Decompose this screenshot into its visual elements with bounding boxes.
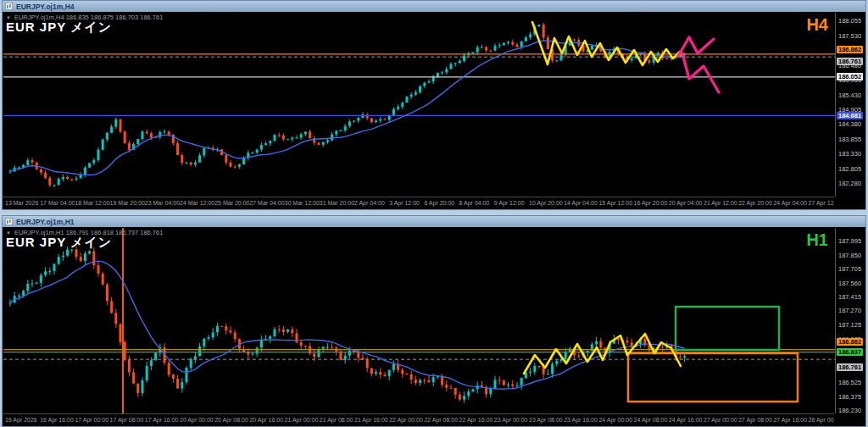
chart-window-icon xyxy=(5,3,13,10)
window-titlebar-h1[interactable]: EURJPY.oj1m,H1 xyxy=(3,216,865,227)
time-tick: 31 Mar 20:00 xyxy=(320,200,354,206)
h4-chart-plot[interactable] xyxy=(3,13,835,198)
price-tick: 187.415 xyxy=(838,293,861,301)
time-tick: 24 Apr 04:00 xyxy=(773,200,807,206)
time-tick: 16 Apr 2026 xyxy=(5,417,37,423)
time-tick: 6 Apr 20:00 xyxy=(424,200,454,206)
time-tick: 20 Apr 04:00 xyxy=(669,200,703,206)
time-tick: 30 Mar 12:00 xyxy=(285,200,320,206)
time-tick: 27 Mar 04:00 xyxy=(249,200,284,206)
time-tick: 16 Apr 16:00 xyxy=(40,417,74,423)
h4-pink-projection-lower[interactable] xyxy=(682,53,719,92)
time-tick: 22 Apr 16:00 xyxy=(459,417,493,423)
h1-green-supply-zone[interactable] xyxy=(676,307,779,350)
time-tick: 9 Apr 12:00 xyxy=(494,200,525,206)
h1-watermark-label: EUR JPY メイン xyxy=(6,235,112,251)
time-tick: 10 Apr 20:00 xyxy=(529,200,563,206)
time-tick: 22 Apr 00:00 xyxy=(389,417,423,423)
time-tick: 23 Mar 04:00 xyxy=(145,200,180,206)
price-tick: 187.560 xyxy=(838,280,861,287)
h4-support-line-white-price-label: 186.052 xyxy=(837,73,863,80)
h1-current-price-line-price-label: 186.761 xyxy=(837,363,863,371)
time-tick: 24 Apr 08:00 xyxy=(634,417,668,423)
time-tick: 17 Apr 16:00 xyxy=(145,417,179,423)
price-tick: 181.755 xyxy=(838,195,861,197)
time-tick: 21 Apr 08:00 xyxy=(320,417,353,423)
symbol-dropdown-icon[interactable]: ▼ xyxy=(6,15,11,20)
window-title: EURJPY.oj1m,H1 xyxy=(16,218,75,226)
time-tick: 21 Apr 00:00 xyxy=(285,417,319,423)
time-tick: 19 Mar 20:00 xyxy=(110,200,145,206)
time-tick: 20 Apr 08:00 xyxy=(214,417,248,423)
time-tick: 17 Mar 04:00 xyxy=(40,200,75,206)
h4-chart-area: ▼ EURJPY.oj1m,H4 186.835 186.875 186.703… xyxy=(3,12,865,209)
price-tick: 187.125 xyxy=(838,321,861,329)
price-tick: 187.995 xyxy=(838,237,861,245)
symbol-dropdown-icon[interactable]: ▼ xyxy=(6,230,11,236)
price-tick: 186.230 xyxy=(838,407,861,413)
price-tick: 183.855 xyxy=(838,136,861,143)
time-tick: 14 Apr 04:00 xyxy=(564,200,598,206)
price-tick: 187.530 xyxy=(838,32,861,40)
h4-moving-average[interactable] xyxy=(10,41,685,175)
price-tick: 186.525 xyxy=(838,379,861,386)
time-tick: 8 Apr 04:00 xyxy=(459,200,490,206)
h1-time-axis[interactable]: 16 Apr 202616 Apr 16:0017 Apr 00:0017 Ap… xyxy=(3,413,834,426)
time-tick: 24 Apr 16:00 xyxy=(669,417,703,423)
time-tick: 27 Apr 16:00 xyxy=(773,417,807,423)
time-tick: 21 Apr 12:00 xyxy=(704,200,737,206)
h4-yellow-zigzag[interactable] xyxy=(532,22,684,65)
window-title: EURJPY.oj1m,H4 xyxy=(16,3,75,11)
time-tick: 2 Apr 04:00 xyxy=(354,200,385,206)
price-tick: 183.330 xyxy=(838,150,861,158)
window-titlebar-h4[interactable]: EURJPY.oj1m,H4 xyxy=(3,1,865,12)
time-tick: 24 Apr 00:00 xyxy=(598,417,632,423)
h4-resistance-line-orange-price-label: 186.862 xyxy=(837,46,863,53)
h4-support-line-blue-price-label: 184.681 xyxy=(837,112,863,119)
time-tick: 13 Mar 2026 xyxy=(5,200,38,206)
time-tick: 21 Apr 16:00 xyxy=(354,417,388,423)
h1-moving-average[interactable] xyxy=(10,261,685,389)
time-tick: 24 Mar 12:00 xyxy=(180,200,214,206)
price-tick: 188.055 xyxy=(838,17,861,25)
price-tick: 182.805 xyxy=(838,165,861,173)
chart-window-icon xyxy=(5,218,13,225)
h4-timeframe-badge: H4 xyxy=(806,15,828,35)
price-tick: 184.380 xyxy=(838,120,861,128)
time-tick: 27 Apr 00:00 xyxy=(704,417,737,423)
time-tick: 17 Apr 08:00 xyxy=(110,417,144,423)
time-tick: 28 Apr 00:00 xyxy=(809,417,834,423)
time-tick: 15 Apr 12:00 xyxy=(598,200,632,206)
h4-time-axis[interactable]: 13 Mar 202617 Mar 04:0018 Mar 12:0019 Ma… xyxy=(3,197,834,209)
chart-window-h4: EURJPY.oj1m,H4 ▼ EURJPY.oj1m,H4 186.835 … xyxy=(2,0,866,210)
time-tick: 25 Mar 20:00 xyxy=(214,200,249,206)
h1-orange-demand-zone[interactable] xyxy=(628,353,798,402)
time-tick: 20 Apr 16:00 xyxy=(249,417,283,423)
h1-ohlc-info: EURJPY.oj1m,H1 186.791 186.818 186.737 1… xyxy=(14,229,163,236)
h4-price-axis[interactable]: 188.055187.530187.005186.480185.955185.4… xyxy=(835,13,865,197)
time-tick: 18 Mar 12:00 xyxy=(75,200,109,206)
price-tick: 186.375 xyxy=(838,393,861,401)
h4-current-price-line-price-label: 186.761 xyxy=(837,58,863,65)
price-tick: 187.850 xyxy=(838,252,861,259)
h1-timeframe-badge: H1 xyxy=(806,230,828,250)
time-tick: 23 Apr 16:00 xyxy=(564,417,598,423)
time-tick: 20 Apr 00:00 xyxy=(180,417,214,423)
time-tick: 17 Apr 00:00 xyxy=(75,417,108,423)
chart-window-h1: EURJPY.oj1m,H1 ▼ EURJPY.oj1m,H1 186.791 … xyxy=(2,215,866,427)
time-tick: 23 Apr 08:00 xyxy=(529,417,563,423)
time-tick: 22 Apr 08:00 xyxy=(424,417,458,423)
time-tick: 16 Apr 20:00 xyxy=(634,200,668,206)
h4-ohlc-info: EURJPY.oj1m,H4 186.835 186.875 186.703 1… xyxy=(14,14,163,21)
time-tick: 3 Apr 12:00 xyxy=(389,200,420,206)
h1-price-axis[interactable]: 187.995187.850187.705187.560187.415187.2… xyxy=(835,228,865,413)
price-tick: 187.705 xyxy=(838,265,861,273)
time-tick: 27 Apr 08:00 xyxy=(738,417,772,423)
h1-chart-area: ▼ EURJPY.oj1m,H1 186.791 186.818 186.737… xyxy=(3,227,865,426)
h1-level-line-green-price-label: 186.837 xyxy=(837,348,863,356)
time-tick: 27 Apr 12:00 xyxy=(809,200,834,206)
price-tick: 182.280 xyxy=(838,180,861,187)
time-tick: 22 Apr 20:00 xyxy=(738,200,772,206)
h1-level-line-olive-price-label: 186.862 xyxy=(837,338,863,346)
h1-chart-plot[interactable] xyxy=(3,228,835,415)
